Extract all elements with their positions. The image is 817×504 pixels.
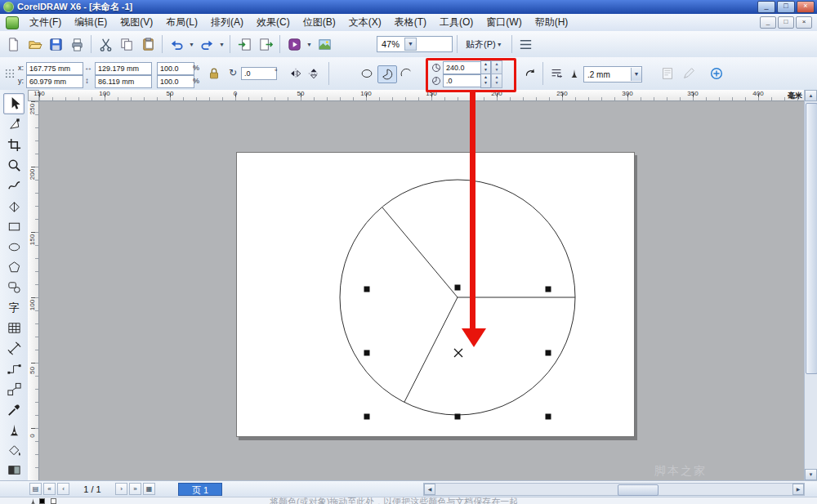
- launcher-dropdown-arrow[interactable]: ▼: [306, 42, 313, 47]
- doc-close-button[interactable]: ×: [796, 16, 812, 29]
- snap-to-button[interactable]: 贴齐(P) ▼: [462, 36, 507, 52]
- table-tool[interactable]: [4, 319, 24, 338]
- scale-v-field[interactable]: 100.0: [157, 75, 194, 88]
- selection-center-marker[interactable]: [454, 349, 462, 357]
- redo-button[interactable]: [197, 34, 217, 54]
- handle-top-center[interactable]: [455, 285, 461, 291]
- minimize-button[interactable]: _: [757, 1, 775, 13]
- application-launcher-button[interactable]: [284, 34, 304, 54]
- arc-mode-button[interactable]: [397, 65, 415, 82]
- edit-shape-button[interactable]: [680, 65, 698, 82]
- pie-mode-button[interactable]: [377, 65, 397, 83]
- open-button[interactable]: [25, 34, 44, 54]
- object-height-field[interactable]: 86.119 mm: [95, 75, 152, 88]
- menu-item[interactable]: 工具(O): [433, 14, 480, 31]
- snap-dropdown-arrow[interactable]: ▼: [496, 42, 503, 47]
- redo-dropdown-arrow[interactable]: ▼: [218, 42, 225, 47]
- handle-bottom-right[interactable]: [546, 414, 551, 420]
- pie-radius-lower-left[interactable]: [404, 297, 458, 402]
- pie-end-stepper[interactable]: ▲▼: [480, 74, 491, 88]
- welcome-screen-button[interactable]: [315, 34, 334, 54]
- undo-dropdown-arrow[interactable]: ▼: [188, 42, 195, 47]
- scroll-down-button[interactable]: ▼: [805, 469, 817, 480]
- last-page-button[interactable]: »: [129, 483, 141, 495]
- change-direction-button[interactable]: [521, 65, 539, 82]
- paste-button[interactable]: [138, 34, 158, 54]
- add-page-button[interactable]: ▦: [143, 483, 155, 495]
- horizontal-scroll-thumb[interactable]: [618, 484, 659, 496]
- close-button[interactable]: ×: [797, 1, 815, 13]
- menu-item[interactable]: 编辑(E): [68, 14, 114, 31]
- pie-end-fine-stepper[interactable]: ▲▼: [491, 74, 502, 88]
- vertical-scroll-thumb[interactable]: [806, 103, 817, 374]
- export-button[interactable]: [256, 34, 275, 54]
- drawing-area[interactable]: 脚本之家: [39, 101, 805, 480]
- outline-color-chip[interactable]: [39, 498, 45, 504]
- import-button[interactable]: [234, 34, 254, 54]
- interactive-fill-tool[interactable]: [4, 461, 24, 480]
- menu-item[interactable]: 帮助(H): [529, 14, 575, 31]
- smart-fill-tool[interactable]: [4, 196, 24, 216]
- previous-page-button[interactable]: ‹: [57, 483, 69, 495]
- quick-customize-button[interactable]: [708, 65, 725, 82]
- handle-middle-left[interactable]: [364, 350, 370, 356]
- page-tab[interactable]: 页 1: [178, 483, 222, 496]
- pie-radius-upper-left[interactable]: [382, 207, 458, 297]
- crop-tool[interactable]: [4, 136, 24, 155]
- connector-tool[interactable]: [4, 359, 24, 379]
- dimension-tool[interactable]: [4, 339, 24, 359]
- pie-start-angle-field[interactable]: 240.0: [443, 61, 482, 74]
- zoom-tool[interactable]: [4, 156, 24, 176]
- scroll-left-button[interactable]: ◀: [424, 484, 435, 495]
- object-width-field[interactable]: 129.179 mm: [95, 62, 152, 75]
- vertical-scrollbar[interactable]: ▲ ▼: [804, 90, 817, 480]
- ellipse-mode-button[interactable]: [358, 65, 376, 82]
- print-button[interactable]: [67, 34, 87, 54]
- zoom-level-combo[interactable]: 47% ▼: [377, 36, 453, 52]
- fill-tool[interactable]: [4, 440, 24, 460]
- options-button[interactable]: [516, 34, 536, 54]
- text-properties-button[interactable]: [659, 65, 676, 82]
- ellipse-tool[interactable]: [4, 237, 24, 256]
- y-position-field[interactable]: 60.979 mm: [26, 75, 83, 88]
- menu-item[interactable]: 视图(V): [114, 14, 159, 31]
- mirror-vertical-button[interactable]: [306, 65, 322, 82]
- restore-button[interactable]: □: [777, 1, 795, 13]
- menu-item[interactable]: 布局(L): [159, 14, 204, 31]
- mirror-horizontal-button[interactable]: [288, 65, 304, 82]
- shape-tool[interactable]: [4, 115, 24, 135]
- copy-button[interactable]: [117, 34, 136, 54]
- horizontal-ruler[interactable]: 毫米 15010050050100150200250300350400: [39, 90, 805, 101]
- handle-bottom-left[interactable]: [364, 414, 370, 420]
- menu-item[interactable]: 效果(C): [250, 14, 297, 31]
- scroll-up-button[interactable]: ▲: [805, 90, 817, 101]
- vertical-ruler[interactable]: 250200150100500: [28, 101, 39, 480]
- polygon-tool[interactable]: [4, 257, 24, 277]
- cut-button[interactable]: [96, 34, 115, 54]
- menu-item[interactable]: 文件(F): [23, 14, 68, 31]
- handle-top-right[interactable]: [546, 287, 551, 292]
- pick-tool[interactable]: [3, 93, 25, 114]
- new-document-button[interactable]: [3, 34, 23, 54]
- basic-shapes-tool[interactable]: [4, 278, 24, 297]
- outline-width-combo[interactable]: .2 mm ▼: [583, 66, 642, 83]
- scale-h-field[interactable]: 100.0: [157, 62, 194, 75]
- next-page-button[interactable]: ›: [115, 483, 127, 495]
- pie-circle-object[interactable]: [340, 180, 575, 415]
- x-position-field[interactable]: 167.775 mm: [26, 62, 83, 75]
- rotation-angle-field[interactable]: .0: [241, 67, 277, 80]
- outline-pen-tool[interactable]: [4, 420, 24, 439]
- undo-button[interactable]: [167, 34, 186, 54]
- eyedropper-tool[interactable]: [4, 399, 24, 419]
- blend-tool[interactable]: [4, 379, 24, 399]
- zoom-dropdown-arrow[interactable]: ▼: [404, 38, 417, 51]
- handle-middle-right[interactable]: [546, 350, 551, 356]
- page-list-button[interactable]: ▤: [29, 483, 42, 495]
- text-tool[interactable]: 字: [4, 298, 24, 318]
- menu-item[interactable]: 文本(X): [342, 14, 388, 31]
- pie-end-angle-field[interactable]: .0: [443, 74, 482, 87]
- scroll-right-button[interactable]: ▶: [792, 484, 804, 495]
- outline-width-dropdown-arrow[interactable]: ▼: [631, 68, 641, 81]
- horizontal-scrollbar[interactable]: ◀ ▶: [423, 483, 805, 496]
- fill-color-chip[interactable]: [51, 498, 56, 504]
